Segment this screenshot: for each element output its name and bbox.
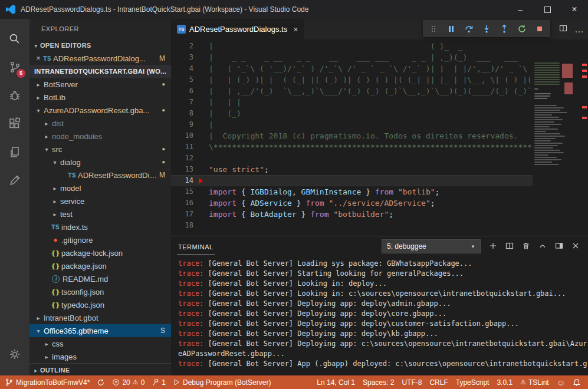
indentation[interactable]: Spaces: 2 [363, 378, 394, 387]
tree-item-model[interactable]: ▸model [29, 182, 171, 194]
chevron-down-icon: ▾ [42, 146, 51, 153]
tree-item-readme-md[interactable]: iREADME.md [29, 272, 171, 285]
tree-item-botserver[interactable]: ▸BotServer● [29, 78, 171, 91]
tab-adresetpassworddialogs[interactable]: TS ADResetPasswordDialogs.ts × [171, 19, 304, 39]
cursor-position[interactable]: Ln 14, Col 1 [317, 378, 355, 387]
outline-header[interactable]: ▸ OUTLINE [29, 363, 171, 375]
close-panel-icon[interactable] [571, 242, 580, 252]
tree-item-typedoc-json[interactable]: {}typedoc.json [29, 298, 171, 311]
tree-item-package-lock-json[interactable]: {}package-lock.json [29, 246, 171, 259]
tree-item-src[interactable]: ▾src● [29, 143, 171, 156]
gear-icon[interactable] [0, 340, 29, 368]
line-number: 6 [171, 85, 197, 97]
maximize-panel-icon[interactable] [538, 242, 547, 252]
ts-version[interactable]: 3.0.1 [497, 378, 513, 387]
code-text: | Copyright 2018 (c) pragmatismo.io. Tod… [204, 130, 533, 141]
chevron-down-icon: ▾ [34, 107, 42, 114]
tree-item-dialog[interactable]: ▾dialog● [29, 156, 171, 169]
minimize-button[interactable]: – [507, 0, 534, 19]
code-line: 15import { IGBDialog, GBMinInstance } fr… [171, 186, 533, 197]
restart-button[interactable] [514, 21, 530, 37]
ts-file-icon: TS [51, 224, 60, 230]
code-line: 17import { BotAdapter } from "botbuilder… [171, 209, 533, 220]
new-terminal-icon[interactable] [489, 242, 497, 252]
git-branch-item[interactable]: MigrationToBotFmwV4* [5, 378, 90, 387]
step-into-button[interactable] [478, 21, 495, 37]
info-file-icon: i [52, 275, 60, 283]
code-text: import { ADService } from "../service/AD… [204, 197, 435, 209]
minimap[interactable] [533, 60, 575, 236]
tree-item-azureadpasswordreset-gba-[interactable]: ▾AzureADPasswordReset.gba...● [29, 104, 171, 117]
problems-item[interactable]: 20 ⚠ 0 [112, 378, 144, 387]
code-text: | ( )_ _ | [204, 41, 533, 52]
tree-item-intranetbot-gbot[interactable]: ▸IntranetBot.gbot [29, 311, 171, 324]
close-tab-icon[interactable]: × [291, 25, 298, 34]
chevron-right-icon: ▸ [51, 211, 59, 217]
tree-item-label: IntranetBot.gbot [42, 314, 98, 322]
split-editor-icon[interactable] [559, 24, 567, 34]
kill-terminal-icon[interactable] [522, 242, 530, 252]
step-over-button[interactable] [461, 21, 477, 37]
tree-item-tsconfig-json[interactable]: {}tsconfig.json [29, 285, 171, 298]
sync-item[interactable] [97, 378, 105, 387]
ts-file-icon: TS [42, 55, 52, 62]
code-line: 6| | ,__/'(_) `\__,_)`\___/'(_) (_) (_)`… [171, 85, 533, 97]
tree-item-label: test [59, 210, 73, 219]
more-actions-icon[interactable]: … [574, 27, 584, 32]
encoding[interactable]: UTF-8 [402, 378, 422, 387]
tree-item-css[interactable]: ▸css [29, 337, 171, 350]
source-control-icon[interactable]: 5 [0, 53, 29, 81]
modified-dot-icon: ● [162, 159, 165, 165]
line-number: 4 [171, 63, 197, 74]
tslint-item[interactable]: ⚠ TSLint [520, 378, 549, 387]
close-editor-icon[interactable]: × [34, 54, 42, 62]
debug-icon[interactable] [0, 81, 29, 110]
eol-sequence[interactable]: CRLF [429, 378, 448, 387]
chevron-right-icon: ▸ [51, 185, 59, 192]
pause-button[interactable] [443, 21, 459, 37]
stop-button[interactable] [531, 21, 548, 37]
code-editor[interactable]: 2| ( )_ _ |3| _ _ _ __ _ _ __ ___ ___ _ … [171, 39, 588, 236]
terminal-line: trace: [General Bot Server] Deploying ap… [178, 339, 588, 349]
terminal-tab[interactable]: TERMINAL [177, 238, 215, 255]
debug-status-item[interactable]: Debug Program (BotServer) [173, 378, 271, 387]
terminal-line: trace: [General Bot Server] Looking in: … [178, 279, 588, 289]
code-line: 16import { ADService } from "../service/… [171, 197, 533, 209]
tree-item-package-json[interactable]: {}package.json [29, 259, 171, 272]
maximize-button[interactable] [534, 0, 561, 19]
extensions-icon[interactable] [0, 110, 29, 138]
terminal-selector[interactable]: 5: debuggee ▼ [382, 239, 481, 253]
notifications-bell-icon[interactable] [573, 378, 581, 387]
tree-item-label: Office365.gbtheme [42, 327, 109, 335]
edit-icon[interactable] [0, 166, 29, 194]
tree-item-service[interactable]: ▸service [29, 194, 171, 207]
tree-item-dist[interactable]: ▸dist [29, 117, 171, 130]
language-mode[interactable]: TypeScript [456, 378, 490, 387]
tree-item-label: BotServer [42, 80, 78, 89]
git-badge: M [159, 171, 165, 179]
docs-icon[interactable] [0, 138, 29, 166]
tree-item--gitignore[interactable]: ◆.gitignore [29, 233, 171, 246]
close-button[interactable]: × [561, 0, 588, 19]
modified-dot-icon: ● [162, 107, 165, 113]
split-terminal-icon[interactable] [505, 242, 514, 252]
tree-item-index-ts[interactable]: TSindex.ts [29, 220, 171, 233]
tasks-item[interactable]: 1 [152, 378, 166, 387]
tree-item-test[interactable]: ▸test [29, 207, 171, 220]
chevron-right-icon: ▸ [32, 367, 40, 374]
tree-item-adresetpassworddial-[interactable]: TSADResetPasswordDial...M [29, 169, 171, 182]
open-editors-header[interactable]: ▾ OPEN EDITORS [29, 39, 171, 52]
code-line: 11\*************************************… [171, 141, 533, 153]
drag-handle-icon[interactable] [425, 21, 442, 37]
tree-item-node-modules[interactable]: ▸node_modules [29, 130, 171, 143]
tree-item-office365-gbtheme[interactable]: ▾Office365.gbthemeS [29, 324, 171, 337]
step-out-button[interactable] [496, 21, 513, 37]
feedback-smiley-icon[interactable]: ☺ [557, 378, 565, 387]
open-editor-item[interactable]: × TS ADResetPasswordDialog... M [29, 52, 171, 65]
vscode-logo-icon [5, 4, 16, 15]
tree-item-images[interactable]: ▸images [29, 350, 171, 363]
panel-layout-icon[interactable] [555, 242, 563, 252]
workspace-header[interactable]: INTRANETBOTQUICKSTART.GBAI (WO... [29, 65, 171, 78]
tree-item-botlib[interactable]: ▸BotLib [29, 91, 171, 104]
search-icon[interactable] [0, 25, 29, 53]
